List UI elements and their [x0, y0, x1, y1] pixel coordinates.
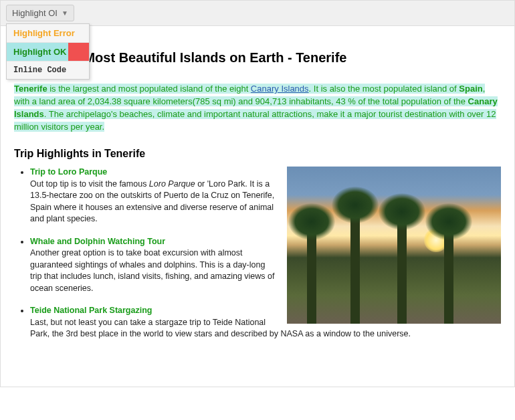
- format-dropdown-button[interactable]: Highlight OI ▼: [6, 5, 74, 21]
- trip-desc: Another great option is to take boat exc…: [30, 248, 274, 293]
- intro-bold-tenerife: Tenerife: [14, 84, 47, 94]
- palm-icon: [307, 223, 316, 324]
- palm-icon: [444, 223, 453, 324]
- trip-desc: Out top tip is to visit the famous Loro …: [30, 179, 274, 224]
- menu-item-inline-code[interactable]: Inline Code: [7, 62, 89, 79]
- format-dropdown-label: Highlight OI: [12, 8, 58, 18]
- caret-down-icon: ▼: [62, 9, 68, 17]
- format-dropdown-menu: Highlight Error Highlight OK Inline Code: [6, 23, 90, 80]
- menu-item-highlight-error[interactable]: Highlight Error: [7, 24, 89, 43]
- editor-toolbar: Highlight OI ▼ Highlight Error Highlight…: [0, 0, 515, 26]
- section-heading: Trip Highlights in Tenerife: [14, 148, 501, 160]
- palm-icon: [397, 213, 407, 324]
- menu-item-highlight-ok[interactable]: Highlight OK: [7, 43, 89, 62]
- intro-bold-spain: Spain: [459, 84, 482, 94]
- intro-text: . It is also the most populated island o…: [309, 84, 459, 94]
- intro-paragraph: Tenerife is the largest and most populat…: [14, 83, 501, 133]
- intro-text: . The archipelago's beaches, climate and…: [14, 109, 496, 132]
- intro-text: is the largest and most populated island…: [47, 84, 251, 94]
- tenerife-photo: [287, 167, 501, 324]
- editor-content[interactable]: One of the Most Beautiful Islands on Ear…: [0, 26, 515, 387]
- link-canary-islands[interactable]: Canary Islands: [251, 84, 309, 94]
- palm-icon: [350, 207, 360, 324]
